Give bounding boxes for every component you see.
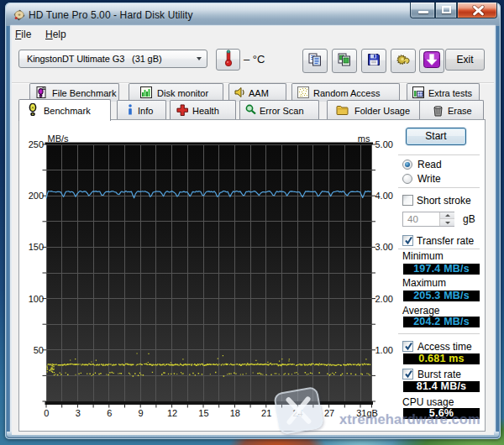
svg-text:2.00: 2.00	[375, 294, 393, 304]
svg-text:18: 18	[230, 408, 240, 418]
svg-text:100: 100	[29, 294, 44, 304]
svg-text:200: 200	[29, 191, 44, 201]
svg-text:27: 27	[324, 408, 334, 418]
svg-text:31gB: 31gB	[356, 408, 378, 418]
svg-text:15: 15	[198, 408, 208, 418]
svg-text:3.00: 3.00	[375, 242, 393, 252]
svg-text:4.00: 4.00	[375, 191, 393, 201]
svg-text:150: 150	[29, 242, 44, 252]
svg-text:250: 250	[29, 139, 44, 149]
svg-text:MB/s: MB/s	[48, 134, 70, 144]
svg-text:5.00: 5.00	[375, 139, 393, 149]
svg-text:12: 12	[167, 408, 177, 418]
svg-text:1.00: 1.00	[375, 345, 393, 355]
svg-text:0: 0	[44, 408, 49, 418]
svg-text:ms: ms	[358, 134, 370, 144]
svg-text:24: 24	[292, 408, 302, 418]
svg-text:3: 3	[76, 408, 81, 418]
svg-text:9: 9	[139, 408, 144, 418]
svg-text:50: 50	[34, 345, 44, 355]
svg-text:6: 6	[107, 408, 112, 418]
svg-text:21: 21	[261, 408, 271, 418]
